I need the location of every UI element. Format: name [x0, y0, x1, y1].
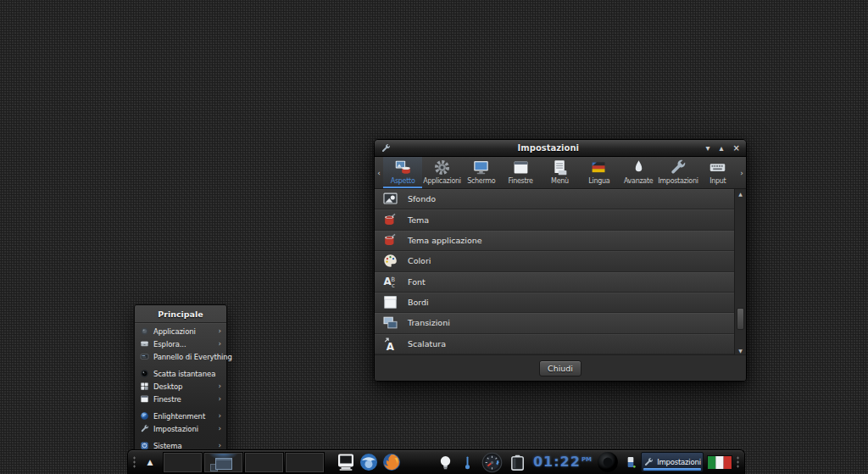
list-scrollbar[interactable]: ▲ ▼ [734, 189, 746, 354]
list-item-sfondo[interactable]: Sfondo [375, 189, 734, 209]
list-item-scalatura[interactable]: AScalatura [375, 334, 734, 354]
pager-desktop-4[interactable] [286, 453, 324, 472]
tab-avanzate[interactable]: Avanzate [619, 157, 658, 188]
taskbar-item-label: Impostazioni [657, 458, 701, 466]
window-icon [512, 159, 530, 176]
mixer-gadget[interactable] [597, 451, 619, 473]
submenu-arrow-icon: › [218, 340, 221, 348]
bottom-shelf: ▲ 01:22 PM Impostazioni [127, 449, 745, 474]
menu-item-label: Applicazioni [153, 327, 214, 336]
pager-desktop-3[interactable] [245, 453, 283, 472]
list-item-tema[interactable]: Tema [375, 209, 734, 230]
tab-menu[interactable]: Menù [540, 157, 579, 188]
screenshot-icon [140, 369, 149, 378]
scroll-track[interactable] [737, 198, 744, 346]
menu-item-desktop[interactable]: Desktop› [135, 380, 226, 393]
submenu-arrow-icon: › [218, 442, 221, 449]
desktop[interactable]: Impostazioni ▾ ▴ × ‹ AspettoApplicazioni… [0, 0, 868, 474]
tab-schermo[interactable]: Schermo [462, 157, 501, 188]
cpu-frequency-gadget[interactable] [481, 451, 504, 474]
shelf-handle-left[interactable] [132, 455, 136, 469]
menu-item-enlightenment[interactable]: Enlightenment› [135, 410, 226, 422]
tab-input[interactable]: Input [698, 157, 737, 188]
list-item-colori[interactable]: Colori [375, 251, 734, 271]
chevron-down-button[interactable]: ▾ [706, 144, 710, 153]
list-item-tema-applicazione[interactable]: Tema applicazione [375, 231, 734, 251]
italy-flag-icon[interactable] [707, 455, 732, 470]
pager [164, 453, 324, 472]
battery-gadget[interactable] [509, 453, 528, 472]
tab-label: Applicazioni [423, 177, 460, 185]
pager-desktop-2[interactable] [204, 453, 242, 472]
start-button[interactable]: ▲ [140, 453, 160, 471]
appearance-icon [394, 159, 412, 176]
menu-item-esplora[interactable]: Esplora...› [135, 337, 226, 350]
thunderbird-launcher[interactable] [359, 452, 379, 472]
palette-icon [382, 253, 398, 269]
chiudi-button[interactable]: Chiudi [539, 360, 581, 376]
drop-icon [630, 159, 648, 176]
close-button[interactable]: × [733, 144, 740, 153]
temperature-gadget[interactable] [459, 454, 476, 471]
language-flag-icon [590, 159, 608, 176]
toolbar-scroll-right-icon[interactable]: › [737, 157, 746, 188]
paint-bucket-icon [382, 212, 398, 228]
lightbulb-gadget[interactable] [437, 454, 454, 471]
font-icon: ABc [382, 274, 398, 290]
menu-item-pannello-di-everything[interactable]: Pannello di Everything [135, 350, 226, 363]
clock[interactable]: 01:22 PM [533, 453, 592, 471]
menu-item-applicazioni[interactable]: Applicazioni› [135, 325, 226, 337]
input-devices-icon [709, 159, 726, 176]
menu-item-impostazioni[interactable]: Impostazioni› [135, 422, 226, 435]
scroll-down-icon[interactable]: ▼ [735, 346, 746, 354]
paint-bucket-icon [382, 232, 398, 248]
svg-text:A: A [387, 340, 395, 351]
tab-finestre[interactable]: Finestre [501, 157, 540, 188]
menu-item-scatta-istantanea[interactable]: Scatta istantanea [135, 367, 226, 380]
menu-item-label: Pannello di Everything [153, 353, 232, 361]
scroll-thumb[interactable] [737, 308, 744, 330]
menu-item-label: Sistema [153, 442, 214, 450]
menu-item-label: Desktop [153, 382, 214, 391]
tab-aspetto[interactable]: Aspetto [383, 157, 422, 188]
chevron-up-button[interactable]: ▴ [720, 144, 724, 153]
scroll-up-icon[interactable]: ▲ [735, 189, 746, 198]
window-icon [140, 394, 149, 404]
wrench-icon [669, 159, 687, 176]
menu-item-label: Finestre [153, 395, 214, 404]
computer-launcher[interactable] [336, 452, 356, 472]
settings-window: Impostazioni ▾ ▴ × ‹ AspettoApplicazioni… [374, 139, 747, 382]
shelf-handle-right[interactable] [736, 455, 740, 469]
pager-desktop-1[interactable] [164, 453, 202, 472]
window-titlebar[interactable]: Impostazioni ▾ ▴ × [375, 140, 746, 157]
wallpaper-icon [382, 191, 398, 207]
tab-label: Schermo [467, 177, 495, 185]
explore-icon [140, 339, 149, 349]
list-item-transizioni[interactable]: Transizioni [375, 313, 734, 333]
tab-label: Aspetto [391, 177, 415, 185]
borders-icon [382, 294, 398, 310]
list-item-bordi[interactable]: Bordi [375, 293, 734, 313]
menu-page-icon [551, 159, 569, 176]
list-item-font[interactable]: ABcFont [375, 272, 734, 293]
list-item-label: Transizioni [408, 318, 450, 327]
menu-item-finestre[interactable]: Finestre› [135, 393, 226, 405]
toolbar-scroll-left-icon[interactable]: ‹ [375, 157, 383, 188]
submenu-arrow-icon: › [218, 382, 221, 390]
tab-label: Input [709, 177, 726, 185]
taskbar-item-impostazioni[interactable]: Impostazioni [641, 452, 704, 472]
tab-lingua[interactable]: Lingua [580, 157, 619, 188]
systray-device-gadget[interactable] [624, 455, 637, 469]
submenu-arrow-icon: › [218, 425, 221, 432]
tab-applicazioni[interactable]: Applicazioni [422, 157, 461, 188]
list-item-label: Tema applicazione [408, 236, 482, 245]
tab-impostazioni[interactable]: Impostazioni [658, 157, 698, 188]
firefox-launcher[interactable] [381, 452, 402, 472]
list-item-label: Bordi [408, 298, 429, 307]
tab-label: Lingua [588, 177, 609, 185]
gear-icon [433, 159, 451, 176]
clock-time: 01:22 [533, 453, 581, 471]
list-item-label: Font [408, 277, 426, 287]
list-item-label: Colori [408, 256, 431, 265]
applications-icon [140, 326, 149, 336]
